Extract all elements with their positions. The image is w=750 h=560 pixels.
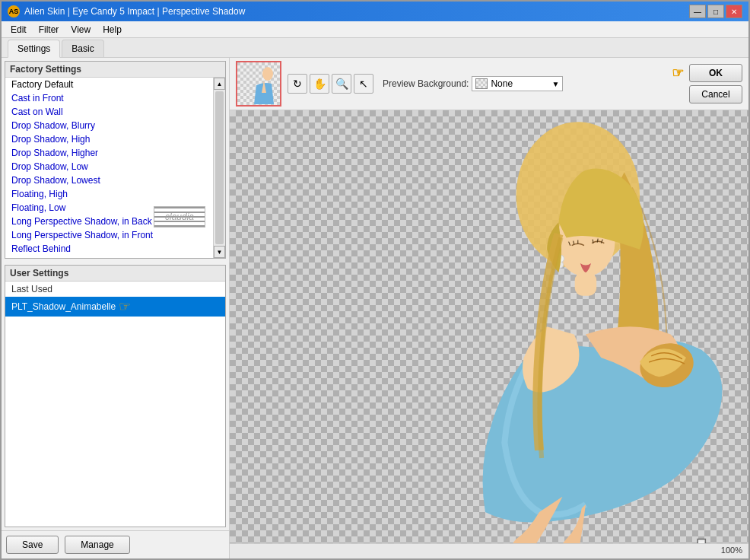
- menu-filter[interactable]: Filter: [33, 23, 65, 37]
- ok-button[interactable]: ☞ OK: [689, 64, 742, 82]
- list-item-floating-low[interactable]: Floating, Low: [5, 201, 213, 215]
- rotate-tool-button[interactable]: ↻: [288, 74, 307, 94]
- user-list[interactable]: PLT_Shadow_Animabelle ☞: [5, 297, 225, 527]
- window-title: Alien Skin | Eye Candy 5 Impact | Perspe…: [24, 6, 245, 17]
- svg-rect-14: [575, 272, 596, 295]
- preview-bg-select[interactable]: None ▼: [472, 76, 563, 91]
- main-content: Factory Settings Factory Default Cast in…: [2, 58, 748, 558]
- pan-tool-button[interactable]: ✋: [310, 74, 329, 94]
- app-icon: AS: [8, 5, 20, 18]
- title-bar-buttons: — □ ✕: [689, 5, 742, 18]
- preview-canvas[interactable]: [230, 110, 748, 558]
- list-item-drop-shadow-low[interactable]: Drop Shadow, Low: [5, 160, 213, 173]
- preview-bg-value: None: [491, 78, 513, 89]
- dropdown-arrow-icon: ▼: [551, 80, 559, 88]
- menu-help[interactable]: Help: [97, 23, 128, 37]
- pointer-tool-button[interactable]: ↖: [354, 74, 373, 94]
- list-item-factory-default[interactable]: Factory Default: [5, 78, 213, 91]
- thumbnail-svg: [237, 62, 280, 105]
- save-button[interactable]: Save: [6, 536, 59, 554]
- scroll-down-arrow[interactable]: ▼: [214, 246, 225, 258]
- last-used-label: Last Used: [5, 282, 225, 297]
- title-bar-left: AS Alien Skin | Eye Candy 5 Impact | Per…: [8, 5, 245, 18]
- user-selected-item[interactable]: PLT_Shadow_Animabelle ☞: [5, 297, 225, 317]
- ok-gold-arrow-icon: ☞: [672, 65, 684, 81]
- scroll-thumb[interactable]: [215, 91, 224, 244]
- left-panel: Factory Settings Factory Default Cast in…: [2, 58, 230, 558]
- tab-settings[interactable]: Settings: [8, 40, 60, 58]
- factory-settings-header: Factory Settings: [5, 62, 225, 78]
- zoom-level: 100%: [721, 546, 742, 557]
- user-settings-section: User Settings Last Used PLT_Shadow_Anima…: [5, 265, 226, 527]
- factory-list-scrollbar[interactable]: ▲ ▼: [213, 78, 225, 258]
- factory-list[interactable]: Factory Default Cast in Front Cast on Wa…: [5, 78, 213, 258]
- list-item-reflect-behind[interactable]: Reflect Behind: [5, 242, 213, 256]
- list-item-drop-shadow-lowest[interactable]: Drop Shadow, Lowest: [5, 173, 213, 187]
- user-list-wrapper: PLT_Shadow_Animabelle ☞: [5, 297, 225, 527]
- tool-buttons: ↻ ✋ 🔍 ↖: [288, 74, 373, 94]
- preview-bg-label: Preview Background:: [383, 78, 469, 89]
- maximize-button[interactable]: □: [707, 5, 724, 18]
- status-bar: 100%: [230, 543, 748, 558]
- bottom-buttons: Save Manage: [2, 530, 229, 558]
- menu-view[interactable]: View: [65, 23, 97, 37]
- list-item-floating-high[interactable]: Floating, High: [5, 187, 213, 201]
- factory-settings-section: Factory Settings Factory Default Cast in…: [5, 61, 226, 259]
- title-bar: AS Alien Skin | Eye Candy 5 Impact | Per…: [2, 2, 748, 21]
- list-item-drop-shadow-blurry[interactable]: Drop Shadow, Blurry: [5, 119, 213, 132]
- preview-thumbnail: [236, 61, 281, 107]
- toolbar-area: ↻ ✋ 🔍 ↖ Preview Background: None ▼ ☞ OK: [230, 58, 748, 110]
- menu-bar: Edit Filter View Help: [2, 21, 748, 38]
- svg-point-6: [262, 67, 273, 81]
- list-item-long-persp-front[interactable]: Long Perspective Shadow, in Front: [5, 228, 213, 242]
- scroll-up-arrow[interactable]: ▲: [214, 78, 225, 90]
- list-item-drop-shadow-high[interactable]: Drop Shadow, High: [5, 132, 213, 146]
- close-button[interactable]: ✕: [726, 5, 742, 18]
- cancel-button[interactable]: Cancel: [689, 85, 742, 103]
- preview-bg-swatch: [475, 78, 488, 89]
- factory-list-wrapper: Factory Default Cast in Front Cast on Wa…: [5, 78, 225, 258]
- main-window: AS Alien Skin | Eye Candy 5 Impact | Per…: [0, 0, 750, 560]
- list-item-cast-on-wall[interactable]: Cast on Wall: [5, 105, 213, 119]
- tab-basic[interactable]: Basic: [62, 40, 103, 57]
- preview-svg: [230, 110, 748, 558]
- right-panel: ↻ ✋ 🔍 ↖ Preview Background: None ▼ ☞ OK: [230, 58, 748, 558]
- user-settings-header: User Settings: [5, 266, 225, 282]
- list-item-drop-shadow-higher[interactable]: Drop Shadow, Higher: [5, 146, 213, 160]
- list-item-long-persp-back[interactable]: Long Perspective Shadow, in Back: [5, 215, 213, 228]
- list-item-cast-in-front[interactable]: Cast in Front: [5, 91, 213, 105]
- menu-edit[interactable]: Edit: [5, 23, 33, 37]
- tabs-bar: Settings Basic: [2, 38, 748, 58]
- minimize-button[interactable]: —: [689, 5, 706, 18]
- manage-button[interactable]: Manage: [65, 536, 129, 554]
- zoom-in-button[interactable]: 🔍: [332, 74, 351, 94]
- ok-cancel-area: ☞ OK Cancel: [689, 64, 742, 103]
- gold-pointer-icon: ☞: [119, 298, 131, 315]
- list-item-reflect-front[interactable]: Reflect in Front: [5, 256, 213, 258]
